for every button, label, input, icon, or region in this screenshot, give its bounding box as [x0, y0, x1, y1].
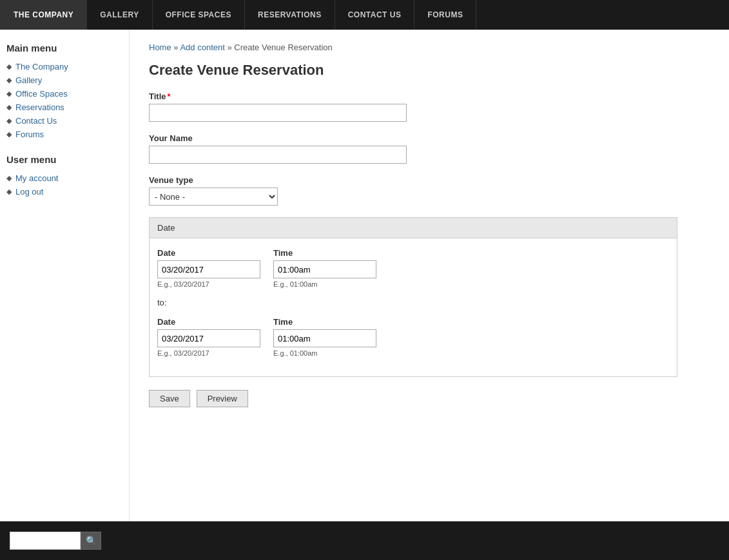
- sidebar-the-company[interactable]: ◆ The Company: [6, 60, 122, 73]
- to-date-group: Date E.g., 03/20/2017: [157, 317, 260, 357]
- to-time-hint: E.g., 01:00am: [273, 349, 376, 357]
- footer-search-button[interactable]: 🔍: [81, 532, 101, 550]
- preview-button[interactable]: Preview: [197, 390, 248, 407]
- to-label: to:: [157, 298, 669, 307]
- nav-office-spaces[interactable]: OFFICE SPACES: [153, 0, 245, 30]
- date-section-header: Date: [150, 218, 677, 238]
- search-icon: 🔍: [86, 536, 97, 546]
- bullet-icon: ◆: [6, 90, 12, 98]
- nav-gallery[interactable]: GALLERY: [87, 0, 152, 30]
- from-time-hint: E.g., 01:00am: [273, 280, 376, 288]
- sidebar-contact-us[interactable]: ◆ Contact Us: [6, 114, 122, 128]
- sidebar-log-out[interactable]: ◆ Log out: [6, 185, 122, 198]
- your-name-field-group: Your Name: [149, 133, 710, 164]
- venue-type-label: Venue type: [149, 175, 710, 185]
- sidebar-gallery[interactable]: ◆ Gallery: [6, 73, 122, 87]
- nav-forums[interactable]: FORUMS: [414, 0, 476, 30]
- from-time-input[interactable]: [273, 260, 376, 278]
- from-date-input[interactable]: [157, 260, 260, 278]
- breadcrumb-home[interactable]: Home: [149, 43, 171, 52]
- to-date-hint: E.g., 03/20/2017: [157, 349, 260, 357]
- title-input[interactable]: [149, 104, 407, 122]
- sidebar: Main menu ◆ The Company ◆ Gallery ◆ Offi…: [0, 30, 129, 521]
- nav-reservations[interactable]: RESERVATIONS: [245, 0, 335, 30]
- date-section-body: Date E.g., 03/20/2017 Time E.g., 01:00am…: [150, 238, 677, 376]
- venue-type-select[interactable]: - None -: [149, 188, 278, 206]
- breadcrumb: Home » Add content » Create Venue Reserv…: [149, 43, 710, 52]
- title-label: Title*: [149, 92, 710, 101]
- required-indicator: *: [168, 92, 171, 101]
- bullet-icon: ◆: [6, 63, 12, 71]
- main-content: Home » Add content » Create Venue Reserv…: [129, 30, 729, 521]
- venue-type-field-group: Venue type - None -: [149, 175, 710, 206]
- top-navigation: THE COMPANY GALLERY OFFICE SPACES RESERV…: [0, 0, 729, 30]
- bullet-icon: ◆: [6, 188, 12, 196]
- form-buttons: Save Preview: [149, 390, 710, 407]
- date-section: Date Date E.g., 03/20/2017 Time E.g., 01…: [149, 217, 677, 377]
- from-date-label: Date: [157, 248, 260, 258]
- footer-search-input[interactable]: [10, 532, 81, 550]
- from-date-group: Date E.g., 03/20/2017: [157, 248, 260, 288]
- to-time-label: Time: [273, 317, 376, 327]
- save-button[interactable]: Save: [149, 390, 190, 407]
- title-field-group: Title*: [149, 92, 710, 122]
- user-menu-title: User menu: [6, 154, 122, 165]
- your-name-input[interactable]: [149, 146, 407, 164]
- date-to-row: Date E.g., 03/20/2017 Time E.g., 01:00am: [157, 317, 669, 357]
- from-time-group: Time E.g., 01:00am: [273, 248, 376, 288]
- bullet-icon: ◆: [6, 117, 12, 125]
- to-date-input[interactable]: [157, 329, 260, 347]
- main-wrapper: Main menu ◆ The Company ◆ Gallery ◆ Offi…: [0, 30, 729, 521]
- breadcrumb-add-content[interactable]: Add content: [180, 43, 224, 52]
- sidebar-reservations[interactable]: ◆ Reservations: [6, 101, 122, 114]
- bullet-icon: ◆: [6, 103, 12, 111]
- page-title: Create Venue Reservation: [149, 62, 710, 79]
- sidebar-office-spaces[interactable]: ◆ Office Spaces: [6, 87, 122, 101]
- footer-search-box: 🔍: [10, 532, 101, 550]
- nav-contact-us[interactable]: CONTACT US: [335, 0, 415, 30]
- breadcrumb-current: Create Venue Reservation: [234, 43, 332, 52]
- to-time-group: Time E.g., 01:00am: [273, 317, 376, 357]
- main-menu-title: Main menu: [6, 43, 122, 53]
- nav-the-company[interactable]: THE COMPANY: [0, 0, 87, 30]
- sidebar-forums[interactable]: ◆ Forums: [6, 128, 122, 141]
- your-name-label: Your Name: [149, 133, 710, 143]
- bullet-icon: ◆: [6, 130, 12, 139]
- user-menu-section: User menu ◆ My account ◆ Log out: [6, 154, 122, 198]
- footer: 🔍: [0, 521, 729, 560]
- bullet-icon: ◆: [6, 174, 12, 182]
- to-time-input[interactable]: [273, 329, 376, 347]
- date-from-row: Date E.g., 03/20/2017 Time E.g., 01:00am: [157, 248, 669, 288]
- sidebar-my-account[interactable]: ◆ My account: [6, 171, 122, 185]
- from-date-hint: E.g., 03/20/2017: [157, 280, 260, 288]
- to-date-label: Date: [157, 317, 260, 327]
- from-time-label: Time: [273, 248, 376, 258]
- bullet-icon: ◆: [6, 76, 12, 84]
